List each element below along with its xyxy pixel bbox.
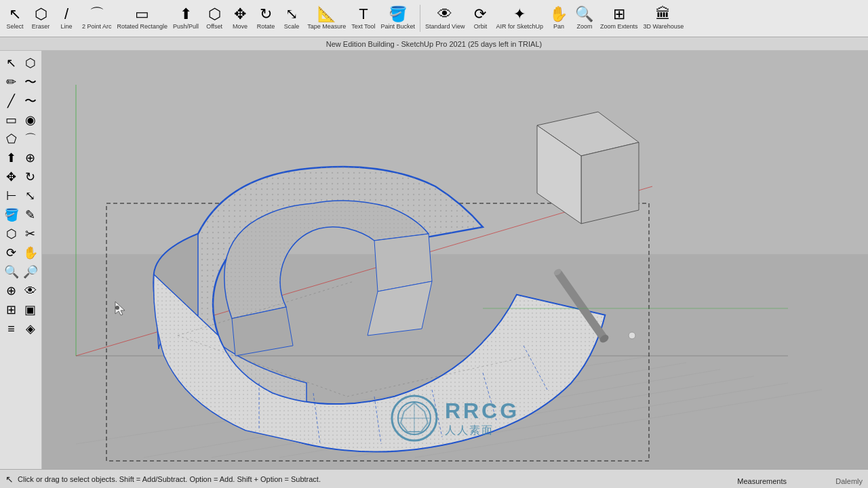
toolbar-tool-zoom-extents[interactable]: ⊞Zoom Extents: [598, 1, 640, 35]
sidebar-row-4: ⬠⌒: [2, 129, 40, 148]
toolbar-tool-3d-warehouse[interactable]: 🏛3D Warehouse: [642, 1, 686, 35]
air-sketchup-icon: ✦: [513, 7, 526, 22]
toolbar-tool-3d-warehouse-label: 3D Warehouse: [644, 23, 684, 30]
toolbar-tool-rotated-rect[interactable]: ▭Rotated Rectangle: [115, 1, 170, 35]
toolbar-tool-pan[interactable]: ✋Pan: [547, 1, 571, 35]
cursor-icon: ↖: [5, 474, 14, 485]
sidebar-tool-13-1[interactable]: ▣: [21, 300, 40, 319]
sidebar-tool-8-0-icon: 🪣: [4, 207, 19, 222]
push-pull-icon: ⬆: [180, 7, 192, 22]
sidebar-tool-2-0-icon: ╱: [7, 94, 15, 108]
sidebar-tool-10-0[interactable]: ⟳: [2, 243, 21, 262]
toolbar-tool-offset-label: Offset: [206, 23, 222, 30]
toolbar-tool-air-sketchup[interactable]: ✦AIR for SketchUp: [494, 1, 545, 35]
toolbar-tool-text-tool[interactable]: TText Tool: [349, 1, 377, 35]
sidebar-tool-2-0[interactable]: ╱: [2, 92, 21, 110]
sidebar-tool-8-0[interactable]: 🪣: [2, 205, 21, 224]
toolbar-tool-tape-measure[interactable]: 📐Tape Measure: [305, 1, 348, 35]
toolbar-tool-rotate[interactable]: ↻Rotate: [254, 1, 278, 35]
toolbar-tool-pan-label: Pan: [553, 23, 564, 30]
toolbar-tool-air-sketchup-label: AIR for SketchUp: [496, 23, 543, 30]
standard-view-icon: 👁: [437, 7, 452, 22]
rotated-rect-icon: ▭: [135, 7, 149, 22]
sidebar-tool-5-0-icon: ⬆: [6, 150, 16, 165]
toolbar-tool-zoom-extents-label: Zoom Extents: [600, 23, 638, 30]
sidebar-tool-10-0-icon: ⟳: [6, 245, 16, 260]
sidebar-tool-13-0-icon: ⊞: [6, 302, 16, 317]
sidebar-tool-2-1-icon: 〜: [24, 93, 37, 109]
title-bar: New Edition Building - SketchUp Pro 2021…: [0, 37, 868, 51]
sidebar-row-12: ⊕👁: [2, 281, 40, 300]
sidebar-tool-14-1-icon: ◈: [26, 321, 35, 336]
sidebar-tool-14-0[interactable]: ≡: [2, 319, 21, 338]
sidebar-tool-9-1[interactable]: ✂: [21, 224, 40, 243]
toolbar-tool-offset[interactable]: ⬡Offset: [202, 1, 226, 35]
sidebar-tool-3-0[interactable]: ▭: [2, 110, 21, 129]
sidebar-tool-6-1-icon: ↻: [25, 169, 35, 184]
sidebar-tool-5-0[interactable]: ⬆: [2, 148, 21, 167]
sidebar-tool-9-1-icon: ✂: [25, 226, 35, 241]
sidebar-row-6: ✥↻: [2, 167, 40, 186]
sidebar-tool-11-1[interactable]: 🔎: [21, 262, 40, 281]
sidebar-row-1: ✏〜: [2, 73, 40, 92]
toolbar-tool-zoom[interactable]: 🔍Zoom: [572, 1, 597, 35]
move-icon: ✥: [234, 7, 246, 22]
toolbar-tool-2point-arc-label: 2 Point Arc: [82, 23, 112, 30]
sidebar-tool-7-1[interactable]: ⤡: [21, 186, 40, 205]
dalemy-label: Dalemly: [835, 477, 863, 485]
sidebar-tool-8-1[interactable]: ✎: [21, 205, 40, 224]
toolbar-tool-standard-view[interactable]: 👁Standard View: [423, 1, 467, 35]
toolbar-tool-2point-arc[interactable]: ⌒2 Point Arc: [80, 1, 114, 35]
rotate-icon: ↻: [260, 7, 272, 22]
sidebar-tool-4-0-icon: ⬠: [6, 131, 17, 146]
sidebar-row-13: ⊞▣: [2, 300, 40, 319]
2point-arc-icon: ⌒: [90, 7, 104, 22]
line-icon: /: [64, 7, 68, 22]
toolbar-tool-line[interactable]: /Line: [54, 1, 79, 35]
toolbar-tool-scale[interactable]: ⤡Scale: [279, 1, 304, 35]
zoom-icon: 🔍: [575, 7, 593, 22]
toolbar-tool-push-pull[interactable]: ⬆Push/Pull: [171, 1, 201, 35]
sidebar-tool-11-0[interactable]: 🔍: [2, 262, 21, 281]
toolbar-tool-paint-bucket[interactable]: 🪣Paint Bucket: [379, 1, 418, 35]
sidebar-row-14: ≡◈: [2, 319, 40, 338]
sidebar-tool-6-0[interactable]: ✥: [2, 167, 21, 186]
sidebar-tool-6-1[interactable]: ↻: [21, 167, 40, 186]
status-bar: ↖ Click or drag to select objects. Shift…: [0, 469, 868, 488]
sidebar-tool-4-0[interactable]: ⬠: [2, 129, 21, 148]
sidebar-tool-12-1-icon: 👁: [24, 284, 37, 298]
sidebar-tool-3-1[interactable]: ◉: [21, 110, 40, 129]
toolbar-tool-move-label: Move: [233, 23, 248, 30]
sidebar-tool-13-0[interactable]: ⊞: [2, 300, 21, 319]
sidebar-tool-0-1[interactable]: ⬡: [21, 54, 40, 73]
sidebar-tool-12-1[interactable]: 👁: [21, 281, 40, 300]
viewport[interactable]: RRCG 人人素面: [42, 51, 868, 469]
title-text: New Edition Building - SketchUp Pro 2021…: [326, 40, 542, 48]
sidebar-tool-12-0[interactable]: ⊕: [2, 281, 21, 300]
sidebar-tool-3-0-icon: ▭: [5, 113, 17, 127]
offset-icon: ⬡: [208, 7, 221, 22]
paint-bucket-icon: 🪣: [389, 7, 407, 22]
sidebar-tool-1-1[interactable]: 〜: [21, 73, 40, 92]
toolbar-tool-move[interactable]: ✥Move: [228, 1, 252, 35]
sidebar-tool-14-1[interactable]: ◈: [21, 319, 40, 338]
toolbar-tool-orbit[interactable]: ⟳Orbit: [468, 1, 492, 35]
toolbar-tool-eraser[interactable]: ⬡Eraser: [28, 1, 53, 35]
scale-icon: ⤡: [285, 7, 298, 22]
toolbar-tool-text-tool-label: Text Tool: [351, 23, 375, 30]
sidebar-tool-5-1[interactable]: ⊕: [21, 148, 40, 167]
watermark-text: RRCG 人人素面: [445, 399, 519, 438]
sidebar-tool-14-0-icon: ≡: [7, 322, 15, 336]
sidebar-tool-0-0[interactable]: ↖: [2, 54, 21, 73]
sidebar-tool-4-1[interactable]: ⌒: [21, 129, 40, 148]
sidebar-tool-9-0[interactable]: ⬡: [2, 224, 21, 243]
sidebar-tool-1-0[interactable]: ✏: [2, 73, 21, 92]
sidebar-tool-10-1[interactable]: ✋: [21, 243, 40, 262]
sidebar-tool-7-0[interactable]: ⊢: [2, 186, 21, 205]
sidebar-tool-10-1-icon: ✋: [23, 245, 38, 260]
sidebar-row-7: ⊢⤡: [2, 186, 40, 205]
sidebar-tool-2-1[interactable]: 〜: [21, 92, 40, 110]
toolbar-tool-select-label: Select: [6, 23, 23, 30]
sidebar-tool-9-0-icon: ⬡: [6, 226, 17, 241]
toolbar-tool-select[interactable]: ↖Select: [3, 1, 27, 35]
